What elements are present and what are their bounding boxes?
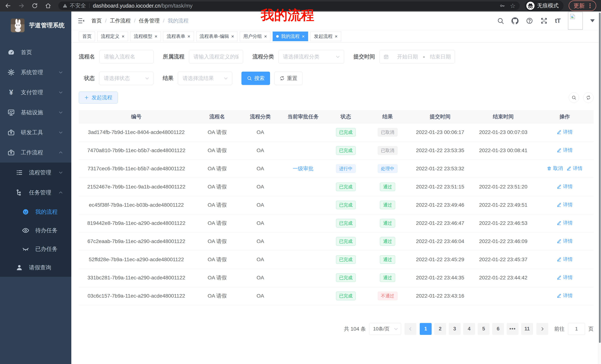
bookmark-star-icon[interactable]: ☆ <box>510 3 516 9</box>
scrollbar-thumb[interactable] <box>599 13 601 343</box>
sidebar-item-leave-query[interactable]: 请假查询 <box>0 258 71 277</box>
task-link[interactable]: 一级审批 <box>293 166 313 172</box>
eye-icon <box>22 227 29 234</box>
avatar-caret-icon[interactable] <box>590 19 595 22</box>
help-icon[interactable] <box>526 17 533 24</box>
sidebar-item-infra[interactable]: 基础设施 <box>0 102 71 123</box>
sidebar-item-payment[interactable]: ¥ 支付管理 <box>0 82 71 102</box>
browser-menu-dots-icon[interactable] <box>588 3 592 9</box>
tab-close-icon[interactable]: × <box>187 34 190 39</box>
row-id: 03c6c157-7b9a-11ec-a290-acde48001122 <box>79 287 194 305</box>
prev-page-button[interactable] <box>404 323 416 335</box>
detail-link[interactable]: 详情 <box>557 256 573 262</box>
tab-4[interactable]: 流程表单-编辑× <box>196 31 238 41</box>
page-button-2[interactable]: 2 <box>434 323 446 335</box>
detail-link[interactable]: 详情 <box>557 129 573 135</box>
tab-1[interactable]: 流程定义× <box>97 31 128 41</box>
detail-link[interactable]: 详情 <box>566 165 582 172</box>
sidebar-item-task-management[interactable]: 任务管理 <box>0 182 71 203</box>
tab-5[interactable]: 用户分组× <box>240 31 270 41</box>
sidebar-item-todo-tasks[interactable]: 待办任务 <box>0 221 71 240</box>
password-key-icon[interactable] <box>500 3 505 9</box>
sidebar-menu: 首页 系统管理 ¥ 支付管理 基础设施 研发工具 <box>0 39 71 277</box>
tab-close-icon[interactable]: × <box>264 34 267 39</box>
sidebar-collapse-icon[interactable] <box>78 17 85 25</box>
tab-2[interactable]: 流程模型× <box>130 31 161 41</box>
row-submit-time: 2022-01-22 23:51:15 <box>410 178 471 196</box>
process-name-input[interactable] <box>99 50 154 63</box>
not-secure-icon[interactable] <box>62 3 68 8</box>
refresh-icon <box>280 76 285 81</box>
pager-ellipsis[interactable]: ••• <box>507 323 519 335</box>
row-end-time: 2022-01-22 23:46:09 <box>471 232 536 250</box>
page-size-select[interactable]: 10条/页 <box>369 323 401 335</box>
tab-close-icon[interactable]: × <box>231 34 234 39</box>
sidebar-item-my-process[interactable]: 我的流程 <box>0 203 71 221</box>
chevron-up-icon <box>58 190 63 195</box>
page-button-11[interactable]: 11 <box>521 323 533 335</box>
detail-link[interactable]: 详情 <box>557 238 573 244</box>
cancel-link[interactable]: 取消 <box>547 165 563 172</box>
show-search-button[interactable] <box>569 92 579 103</box>
sidebar-item-devtools[interactable]: 研发工具 <box>0 123 71 143</box>
tab-close-icon[interactable]: × <box>335 34 338 39</box>
detail-link[interactable]: 详情 <box>557 183 573 190</box>
row-process-name: OA 请假 <box>194 178 240 196</box>
row-category: OA <box>240 250 280 269</box>
detail-link[interactable]: 详情 <box>557 274 573 281</box>
tab-7[interactable]: 发起流程× <box>310 31 341 41</box>
page-button-3[interactable]: 3 <box>449 323 461 335</box>
list-icon <box>16 169 23 176</box>
url-text[interactable]: dashboard.yudao.iocoder.cn/bpm/task/my <box>93 3 193 9</box>
breadcrumb-task-management[interactable]: 任务管理 <box>139 17 160 24</box>
browser-back-icon[interactable] <box>5 3 11 9</box>
security-label[interactable]: 不安全 <box>70 2 86 10</box>
sidebar-item-system[interactable]: 系统管理 <box>0 62 71 82</box>
page-button-1[interactable]: 1 <box>420 323 432 335</box>
browser-update-button[interactable]: 更新 <box>569 0 596 11</box>
reset-button[interactable]: 重置 <box>274 72 302 85</box>
start-process-button[interactable]: 发起流程 <box>79 92 118 104</box>
tab-6[interactable]: 我的流程× <box>273 31 308 41</box>
page-button-6[interactable]: 6 <box>492 323 504 335</box>
browser-reload-icon[interactable] <box>31 3 38 9</box>
fullscreen-icon[interactable] <box>541 17 548 24</box>
detail-link[interactable]: 详情 <box>557 220 573 226</box>
page-button-5[interactable]: 5 <box>478 323 490 335</box>
header-search-icon[interactable] <box>497 17 504 24</box>
detail-link[interactable]: 详情 <box>557 201 573 208</box>
plus-icon <box>84 95 89 100</box>
process-definition-input[interactable] <box>189 50 243 63</box>
page-button-4[interactable]: 4 <box>463 323 475 335</box>
breadcrumb-home[interactable]: 首页 <box>91 17 102 24</box>
sidebar-item-process-management[interactable]: 流程管理 <box>0 163 71 182</box>
next-page-button[interactable] <box>536 323 548 335</box>
refresh-table-button[interactable] <box>583 92 594 103</box>
font-size-icon[interactable]: tT <box>555 17 561 24</box>
result-select[interactable]: 请选择流结果 <box>178 72 232 85</box>
tab-3[interactable]: 流程表单× <box>163 31 194 41</box>
tab-close-icon[interactable]: × <box>302 34 305 39</box>
goto-page-input[interactable] <box>568 323 585 335</box>
tab-close-icon[interactable]: × <box>122 34 124 39</box>
page-scrollbar[interactable] <box>598 11 601 364</box>
browser-home-icon[interactable] <box>45 3 51 9</box>
face-icon <box>22 208 29 216</box>
github-icon[interactable] <box>511 17 519 24</box>
browser-forward-icon[interactable] <box>18 3 25 9</box>
avatar[interactable] <box>568 12 583 30</box>
tab-0[interactable]: 首页 <box>79 31 95 41</box>
detail-link[interactable]: 详情 <box>557 147 573 153</box>
breadcrumb-current: 我的流程 <box>168 17 189 24</box>
row-end-time <box>471 160 536 178</box>
sidebar-item-home[interactable]: 首页 <box>0 42 71 62</box>
breadcrumb-workflow[interactable]: 工作流程 <box>110 17 131 24</box>
sidebar-item-done-tasks[interactable]: 已办任务 <box>0 240 71 258</box>
search-button[interactable]: 搜索 <box>241 72 270 85</box>
detail-link[interactable]: 详情 <box>557 292 573 299</box>
category-select[interactable]: 请选择流程分类 <box>278 50 344 63</box>
tab-close-icon[interactable]: × <box>155 34 157 39</box>
sidebar-item-workflow[interactable]: 工作流程 <box>0 143 71 163</box>
status-select[interactable]: 请选择状态 <box>99 72 153 85</box>
submit-time-range[interactable]: 开始日期 - 结束日期 <box>380 50 455 63</box>
